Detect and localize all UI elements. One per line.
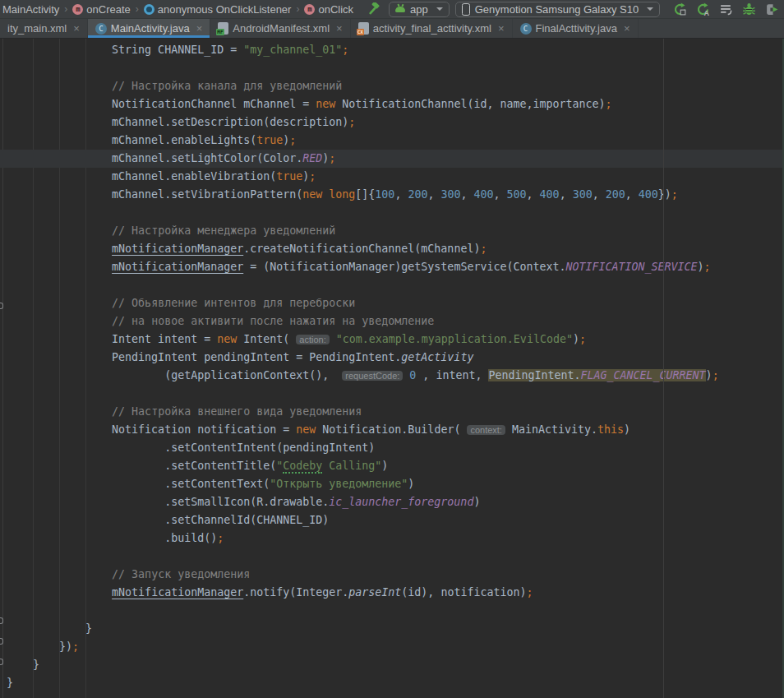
- close-icon[interactable]: ×: [624, 23, 630, 34]
- code-token: ): [408, 478, 414, 490]
- phone-icon: [462, 3, 470, 16]
- code-token: [7, 297, 112, 309]
- run-config-select[interactable]: app: [389, 2, 450, 17]
- breadcrumb-item[interactable]: anonymous OnClickListener: [144, 3, 292, 16]
- tab-ity_main-xml[interactable]: ity_main.xml×: [0, 19, 88, 38]
- code-token: [7, 243, 112, 255]
- build-hammer-icon[interactable]: [365, 1, 383, 17]
- debug-icon[interactable]: [740, 1, 758, 17]
- close-icon[interactable]: ×: [73, 23, 80, 34]
- code-token: MainActivity.: [505, 423, 597, 436]
- right-margin-line: [663, 39, 664, 698]
- code-token: ,: [427, 188, 440, 201]
- parameter-hint: action:: [296, 335, 329, 344]
- fold-marker[interactable]: [0, 659, 3, 665]
- code-token: mChannel.enableVibration(: [7, 170, 276, 183]
- tab-label: ity_main.xml: [7, 22, 67, 35]
- code-token: }: [7, 659, 39, 671]
- code-token: .createNotificationChannel(mChannel): [243, 243, 480, 255]
- code-token: String CHANNEL_ID =: [7, 44, 243, 56]
- build-list-icon[interactable]: [717, 1, 735, 17]
- code-token: ): [706, 369, 713, 381]
- close-icon[interactable]: ×: [196, 23, 203, 34]
- code-token: }): [7, 640, 72, 653]
- code-line: [0, 59, 784, 77]
- code-line: mNotificationManager.createNotificationC…: [0, 240, 784, 258]
- run-config-label: app: [410, 3, 428, 16]
- fold-marker[interactable]: [0, 638, 3, 645]
- tab-finalacttivity-java[interactable]: CFinalActtivity.java×: [513, 19, 639, 38]
- code-token: ;: [713, 369, 719, 381]
- code-token: long: [329, 188, 355, 201]
- code-token: 200: [606, 188, 625, 201]
- code-line: .build();: [0, 529, 784, 548]
- breadcrumb-item[interactable]: monClick: [304, 3, 353, 16]
- tab-androidmanifest-xml[interactable]: MFAndroidManifest.xml×: [210, 19, 350, 38]
- code-token: NOTIFICATION_SERVICE: [565, 261, 697, 273]
- file-badge: CX: [357, 29, 364, 35]
- code-token: Codeby: [283, 460, 322, 474]
- code-token: (id), notification): [401, 586, 526, 599]
- code-token: ,: [593, 188, 606, 201]
- code-token: Notification.Builder(: [316, 423, 467, 436]
- code-token: .notify(Integer.: [243, 586, 348, 599]
- code-line: (getApplicationContext(), requestCode: 0…: [0, 367, 784, 385]
- breadcrumb-label: onClick: [318, 3, 353, 16]
- code-line: // Настройка внешнего вида уведомления: [0, 403, 784, 421]
- main-toolbar: MainActivity›monCreate›anonymous OnClick…: [0, 0, 784, 18]
- code-token: Intent(: [237, 333, 296, 345]
- fold-marker[interactable]: [0, 617, 3, 624]
- tab-label: FinalActtivity.java: [536, 22, 617, 35]
- code-line: // Запуск уведомления: [0, 566, 784, 584]
- code-line: Notification notification = new Notifica…: [0, 421, 784, 439]
- code-token: // Настройка менеджера уведомлений: [112, 224, 335, 237]
- code-line: // на новое активити после нажатия на ув…: [0, 312, 784, 331]
- code-token: [7, 261, 112, 273]
- code-token: "Открыть уведомление": [270, 478, 408, 490]
- code-token: ;: [309, 170, 316, 183]
- code-token: this: [597, 423, 624, 436]
- code-line: // Настройка канала для уведомлений: [0, 77, 784, 95]
- code-token: ,: [560, 188, 573, 201]
- code-line: [0, 204, 784, 222]
- code-token: // Запуск уведомления: [112, 568, 250, 580]
- code-line: // Обьявление интентов для переброски: [0, 294, 784, 312]
- breadcrumb-item[interactable]: MainActivity: [2, 3, 59, 16]
- code-token: ;: [606, 98, 612, 110]
- code-token: parseInt: [348, 586, 401, 599]
- apply-code-changes-icon[interactable]: A: [694, 1, 712, 17]
- code-token: ,: [494, 188, 507, 201]
- tab-activity_final_acttivity-xml[interactable]: CXactivity_final_acttivity.xml×: [351, 19, 513, 38]
- close-icon[interactable]: ×: [498, 23, 505, 34]
- code-line: }: [0, 656, 784, 674]
- manifest-xml-icon: MF: [218, 22, 228, 35]
- code-editor[interactable]: String CHANNEL_ID = "my_channel_01"; // …: [0, 39, 784, 698]
- code-line: [0, 602, 784, 620]
- code-token: mChannel.enableLights(: [7, 134, 256, 146]
- tab-mainactivity-java[interactable]: CMainActivity.java×: [88, 19, 210, 38]
- code-line: mChannel.setLightColor(Color.RED);: [0, 150, 784, 168]
- code-line: mChannel.setDescription(description);: [0, 113, 784, 132]
- code-token: NotificationChannel(id, name,importance): [335, 98, 605, 110]
- code-token: new: [302, 188, 322, 201]
- code-token: ;: [579, 333, 586, 345]
- close-icon[interactable]: ×: [336, 23, 343, 34]
- code-line: .setChannelId(CHANNEL_ID): [0, 511, 784, 529]
- code-token: .setContentText(: [7, 478, 270, 490]
- code-token: ,: [527, 188, 540, 201]
- code-token: [7, 405, 112, 418]
- svg-text:A: A: [703, 8, 709, 16]
- code-token: Calling": [322, 460, 381, 472]
- device-select[interactable]: Genymotion Samsung Galaxy S10: [455, 2, 660, 17]
- code-token: ;: [480, 243, 487, 255]
- code-token: [7, 80, 112, 92]
- run-actions: A: [671, 1, 781, 17]
- code-token: Notification notification =: [7, 423, 296, 436]
- attach-debugger-icon[interactable]: [763, 1, 781, 17]
- code-line: }: [0, 620, 784, 638]
- rerun-icon[interactable]: [671, 1, 689, 17]
- code-token: getActivity: [401, 351, 473, 363]
- fold-marker[interactable]: [0, 303, 3, 309]
- code-token: // Настройка внешнего вида уведомления: [112, 405, 362, 418]
- breadcrumb-item[interactable]: monCreate: [72, 3, 130, 16]
